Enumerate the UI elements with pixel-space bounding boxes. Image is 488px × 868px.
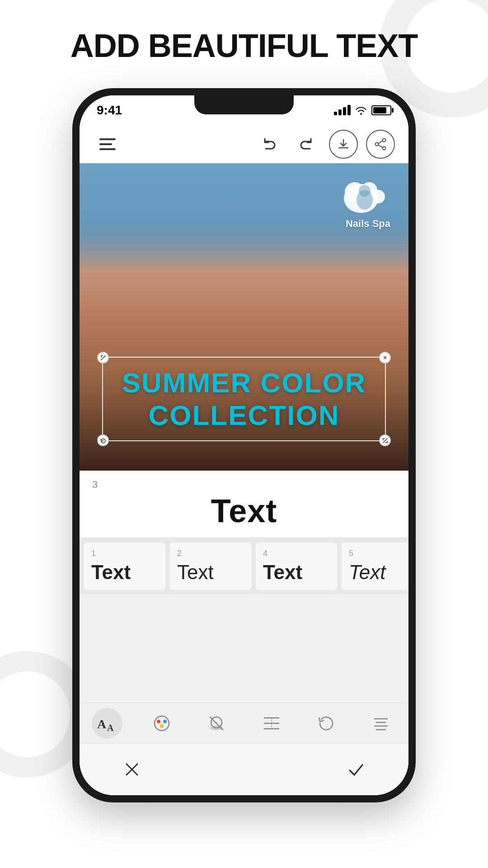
status-icons — [334, 105, 391, 115]
signal-icon — [334, 105, 351, 115]
logo-icon — [342, 175, 394, 218]
svg-point-13 — [155, 716, 169, 731]
svg-point-0 — [383, 138, 386, 142]
selected-font-number: 3 — [92, 479, 98, 491]
svg-point-2 — [383, 146, 386, 150]
phone-frame: 9:41 — [72, 88, 416, 802]
app-toolbar — [80, 125, 408, 163]
canvas-text-line2: COLLECTION — [114, 399, 374, 431]
svg-line-4 — [378, 145, 382, 147]
wifi-icon — [355, 105, 367, 115]
image-canvas[interactable]: Nails Spa × — [80, 163, 408, 471]
svg-text:A: A — [97, 717, 107, 731]
canvas-text-element[interactable]: × SUMMER COLOR COLLECTION — [102, 357, 386, 441]
selected-font-card[interactable]: 3 Text — [80, 471, 408, 538]
shadow-tool-button[interactable] — [201, 708, 232, 739]
undo-button[interactable] — [255, 130, 284, 159]
confirm-button[interactable] — [340, 753, 372, 786]
svg-point-15 — [163, 720, 167, 723]
download-button[interactable] — [329, 130, 358, 159]
svg-point-14 — [157, 720, 160, 723]
svg-point-1 — [375, 142, 379, 146]
svg-point-10 — [359, 185, 371, 197]
svg-point-16 — [160, 724, 164, 728]
svg-text:A: A — [107, 723, 114, 732]
bottom-toolbar: A A — [80, 703, 408, 743]
cancel-button[interactable] — [116, 753, 148, 786]
svg-line-3 — [378, 141, 382, 143]
rotate-tool-button[interactable] — [311, 708, 342, 739]
font-panel: 3 Text 1 Text 2 Text 4 Text 5 — [80, 471, 408, 795]
menu-button[interactable] — [93, 130, 122, 159]
font-option-2[interactable]: 2 Text — [170, 542, 251, 590]
page-title: ADD BEAUTIFUL TEXT — [0, 27, 488, 64]
font-options-row: 1 Text 2 Text 4 Text 5 Text — [80, 538, 408, 594]
handle-rotate[interactable] — [97, 434, 109, 446]
action-bar — [80, 743, 408, 795]
logo-overlay: Nails Spa — [342, 175, 394, 230]
text-selection-box: × SUMMER COLOR COLLECTION — [102, 357, 386, 441]
handle-scale[interactable] — [379, 434, 391, 446]
logo-text: Nails Spa — [346, 218, 390, 230]
redo-button[interactable] — [292, 130, 321, 159]
font-option-1[interactable]: 1 Text — [84, 542, 165, 590]
font-tool-button[interactable]: A A — [92, 708, 122, 739]
hamburger-icon — [99, 138, 116, 150]
color-tool-button[interactable] — [146, 708, 177, 739]
handle-edit[interactable] — [97, 352, 109, 363]
phone-notch — [194, 95, 294, 114]
align-tool-button[interactable] — [366, 708, 396, 739]
spacing-tool-button[interactable] — [256, 708, 287, 739]
battery-icon — [371, 105, 391, 115]
font-option-5[interactable]: 5 Text — [342, 542, 408, 590]
selected-font-text: Text — [211, 492, 277, 529]
toolbar-right-actions — [255, 130, 395, 159]
svg-point-8 — [371, 190, 385, 203]
phone-screen: 9:41 — [80, 95, 408, 795]
canvas-text: SUMMER COLOR COLLECTION — [114, 367, 374, 431]
share-button[interactable] — [366, 130, 395, 159]
canvas-text-line1: SUMMER COLOR — [114, 367, 374, 399]
status-time: 9:41 — [97, 103, 122, 118]
font-option-4[interactable]: 4 Text — [256, 542, 337, 590]
